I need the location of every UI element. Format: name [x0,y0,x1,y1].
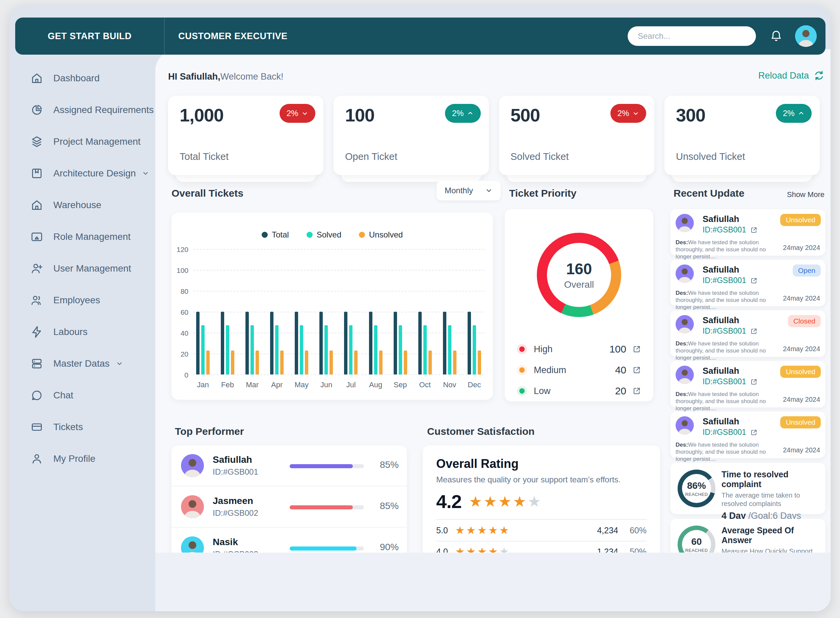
sidebar-item-architecture-design[interactable]: Architecture Design [9,157,155,189]
overall-rating-heading: Overall Rating [436,457,646,471]
layers-icon [30,135,43,148]
ticket-id-link[interactable]: ID:#GSB001 [703,428,746,437]
external-link-icon[interactable] [750,327,758,335]
show-more-link[interactable]: Show More [787,190,825,199]
user-avatar[interactable] [795,25,817,47]
period-select[interactable]: Monthly [436,181,501,201]
trend-down-icon [301,110,308,117]
notifications-button[interactable] [769,29,783,43]
sidebar-item-employees[interactable]: Employees [9,284,155,316]
ticket-id-link[interactable]: ID:#GSB001 [703,327,746,336]
gauge-sublabel: REACHED [685,548,707,553]
external-link-icon[interactable] [750,378,758,385]
sidebar-item-role-management[interactable]: Role Management [9,221,155,253]
sidebar-item-label: Master Datas [54,358,110,369]
bar-solved [349,325,353,374]
priority-value: 40 [615,364,626,376]
sidebar-item-labours[interactable]: Labours [9,316,155,348]
recent-update-card[interactable]: Safiullah ID:#GSB001 Unsolved Des:We hav… [670,412,825,458]
bar-group-mar [245,249,259,374]
sidebar-item-project-management[interactable]: Project Management [9,126,155,157]
performer-row-jasmeen: Jasmeen ID:#GSB002 85% [171,486,407,527]
ticket-description: Des:We have tested the solution thorough… [676,290,777,311]
bar-total [221,312,224,374]
bar-unsolved [404,351,407,374]
sidebar-item-assigned-requirements[interactable]: Assigned Requirements [9,94,155,126]
sidebar-item-chat[interactable]: Chat [9,379,155,411]
x-axis-label: Mar [245,380,259,389]
section-title-customer-satisfaction: Customer Satisfaction [427,426,535,437]
external-link-icon[interactable] [750,226,758,233]
sidebar-item-tickets[interactable]: Tickets [9,411,155,443]
gridline: 0 [193,374,484,375]
search-input[interactable] [628,26,756,46]
bar-group-jul [344,249,358,374]
ticket-id-link[interactable]: ID:#GSB001 [703,276,746,285]
priority-label: Medium [534,365,566,376]
section-title-top-performer: Top Performer [175,426,244,437]
ticket-user-name: Safiullah [703,315,739,325]
rating-value: 5.0 [436,526,455,535]
rating-percent: 60% [618,526,646,535]
sidebar-item-label: Assigned Requirements [54,105,153,115]
status-badge: Closed [788,315,821,327]
app-window: Dashboard Assigned Requirements Project … [9,5,831,611]
reload-data-button[interactable]: Reload Data [758,70,825,81]
ticket-id-link[interactable]: ID:#GSB001 [703,225,746,235]
recent-update-card[interactable]: Safiullah ID:#GSB001 Closed Des:We have … [670,310,825,357]
refresh-icon [814,70,825,81]
bar-group-jun [319,249,333,374]
change-badge: 2% [611,104,646,123]
sidebar-item-my-profile[interactable]: My Profile [9,443,155,475]
recent-update-card[interactable]: Safiullah ID:#GSB001 Open Des:We have te… [670,260,825,306]
performer-name: Jasmeen [213,496,258,507]
bar-solved [300,325,303,374]
x-axis-label: Jul [344,380,358,389]
ticket-user-name: Safiullah [703,264,739,275]
sidebar-nav: Dashboard Assigned Requirements Project … [9,62,155,475]
greeting-name: HI Safiullah, [168,71,220,82]
external-link-icon[interactable] [632,386,641,395]
brand-title: GET START BUILD [15,18,165,55]
sidebar-item-user-management[interactable]: User Management [9,253,155,284]
sidebar-item-warehouse[interactable]: Warehouse [9,189,155,221]
bar-group-jan [196,249,210,374]
stat-value: 100 [345,105,374,125]
sidebar-item-dashboard[interactable]: Dashboard [9,62,155,94]
gauge-center: 86% REACHED [678,469,715,507]
ticket-id-link[interactable]: ID:#GSB001 [703,377,746,386]
legend-item-solved: Solved [307,230,341,239]
recent-update-card[interactable]: Safiullah ID:#GSB001 Unsolved Des:We hav… [670,209,825,256]
chevron-down-icon [142,170,149,177]
external-link-icon[interactable] [632,365,641,374]
performance-progress-bar [290,464,364,468]
trend-up-icon [467,110,474,117]
ticket-date: 24may 2024 [783,345,820,353]
avatar [676,416,694,434]
content-fold [155,553,831,611]
gauge-sublabel: REACHED [685,492,707,497]
x-axis-label: Dec [467,380,481,389]
widget-title: Time to resolved complaint [721,469,819,489]
donut-total-value: 160 [566,260,592,278]
bar-total [369,312,372,374]
external-link-icon[interactable] [750,428,758,436]
bar-unsolved [305,351,308,374]
external-link-icon[interactable] [750,276,758,284]
external-link-icon[interactable] [632,345,641,354]
section-title-recent-update: Recent Update [673,187,745,199]
performance-percent: 90% [380,542,399,553]
overall-rating-subheading: Measures the quality or your support tea… [436,475,646,484]
bar-group-feb [220,249,235,374]
recent-update-card[interactable]: Safiullah ID:#GSB001 Unsolved Des:We hav… [670,361,825,407]
bar-unsolved [329,351,333,374]
change-badge: 2% [445,104,481,123]
cast-icon [30,230,43,243]
legend-item-total: Total [262,230,289,239]
bar-group-sep [393,249,408,374]
overall-rating-stars: ★★★★★ [469,493,542,510]
stat-value: 1,000 [180,105,223,125]
sidebar-item-master-datas[interactable]: Master Datas [9,348,155,379]
sidebar-item-label: Labours [54,327,88,337]
legend-item-unsolved: Unsolved [359,230,403,239]
